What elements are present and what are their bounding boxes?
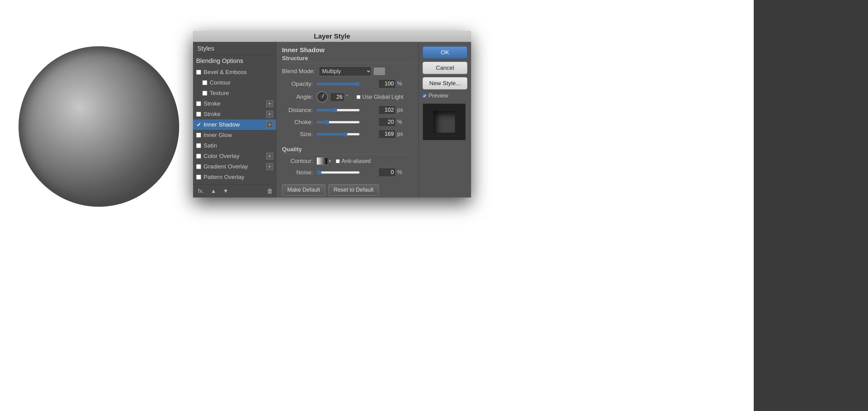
choke-slider[interactable] <box>317 120 360 125</box>
main-bottom-buttons: Make Default Reset to Default <box>282 184 413 196</box>
preview-thumbnail <box>423 103 466 140</box>
gradient-overlay-label: Gradient Overlay <box>204 163 248 170</box>
choke-slider-container <box>317 120 378 125</box>
angle-unit: ° <box>346 94 352 100</box>
satin-checkbox[interactable] <box>196 143 201 148</box>
stroke2-checkbox[interactable] <box>196 112 201 116</box>
stroke1-label: Stroke <box>204 100 221 107</box>
sidebar-item-pattern-overlay[interactable]: Pattern Overlay <box>193 172 276 182</box>
sidebar-item-stroke1[interactable]: Stroke + <box>193 98 276 109</box>
ok-button[interactable]: OK <box>423 46 467 59</box>
new-style-button[interactable]: New Style... <box>423 77 467 90</box>
noise-slider[interactable] <box>317 170 360 175</box>
sidebar-item-contour[interactable]: Contour <box>199 77 276 88</box>
angle-row: Angle: ° Use Global Light <box>282 91 413 102</box>
bevel-emboss-checkbox[interactable] <box>196 70 201 75</box>
sidebar-item-color-overlay[interactable]: Color Overlay + <box>193 151 276 161</box>
size-slider-container <box>317 132 378 137</box>
sphere-preview <box>19 46 179 207</box>
stroke2-plus-btn[interactable]: + <box>266 111 273 117</box>
color-overlay-plus-btn[interactable]: + <box>266 153 273 160</box>
distance-unit: px <box>397 107 403 113</box>
styles-header[interactable]: Styles <box>193 42 276 55</box>
size-slider[interactable] <box>317 132 360 137</box>
move-up-button[interactable]: ▲ <box>209 187 218 195</box>
outer-glow-label: Outer Glow <box>204 184 233 184</box>
dialog-titlebar: Layer Style <box>193 31 471 42</box>
sidebar-item-texture[interactable]: Texture <box>199 88 276 98</box>
layer-list: Blending Options Bevel & Emboss Contour … <box>193 55 276 184</box>
blending-options-label: Blending Options <box>196 57 243 65</box>
contour-picker[interactable]: ▾ <box>317 158 331 165</box>
inner-glow-checkbox[interactable] <box>196 133 201 138</box>
angle-needle <box>322 94 324 98</box>
sidebar-item-inner-glow[interactable]: Inner Glow <box>193 130 276 140</box>
choke-unit: % <box>397 119 403 125</box>
contour-checkbox[interactable] <box>202 80 207 85</box>
gradient-overlay-checkbox[interactable] <box>196 164 201 169</box>
size-unit: px <box>397 131 403 137</box>
inner-shadow-checkbox[interactable] <box>196 122 201 127</box>
use-global-light-checkbox[interactable] <box>356 95 361 99</box>
choke-input[interactable] <box>378 117 396 127</box>
opacity-unit: % <box>397 80 403 87</box>
bevel-emboss-label: Bevel & Emboss <box>204 69 247 76</box>
satin-label: Satin <box>204 142 217 149</box>
anti-aliased-label[interactable]: Anti-aliased <box>336 158 371 165</box>
color-overlay-checkbox[interactable] <box>196 153 201 159</box>
blend-mode-row: Blend Mode: Multiply Normal Screen Overl… <box>282 66 413 76</box>
preview-checkbox[interactable] <box>423 94 427 98</box>
texture-label: Texture <box>210 90 229 97</box>
move-down-button[interactable]: ▼ <box>221 187 230 195</box>
fx-button[interactable]: fx. <box>196 187 206 195</box>
make-default-button[interactable]: Make Default <box>282 184 325 196</box>
inner-shadow-label: Inner Shadow <box>204 121 240 128</box>
cancel-button[interactable]: Cancel <box>423 62 467 74</box>
reset-to-default-button[interactable]: Reset to Default <box>328 184 379 196</box>
size-input[interactable] <box>378 130 396 139</box>
gradient-overlay-plus-btn[interactable]: + <box>266 163 273 170</box>
anti-aliased-checkbox[interactable] <box>336 159 340 163</box>
blend-mode-color-swatch[interactable] <box>374 68 385 75</box>
right-panel: OK Cancel New Style... Preview <box>418 42 471 198</box>
preview-label[interactable]: Preview <box>423 93 467 99</box>
dialog-body: Styles Blending Options Bevel & Emboss C… <box>193 42 471 198</box>
blend-mode-select[interactable]: Multiply Normal Screen Overlay Darken Li… <box>319 66 371 76</box>
angle-dial[interactable] <box>317 91 328 102</box>
texture-checkbox[interactable] <box>202 91 207 96</box>
left-toolbar: fx. ▲ ▼ 🗑 <box>193 184 276 198</box>
sidebar-item-bevel-emboss[interactable]: Bevel & Emboss <box>193 67 276 77</box>
pattern-overlay-checkbox[interactable] <box>196 175 201 180</box>
stroke1-checkbox[interactable] <box>196 101 201 106</box>
opacity-input[interactable] <box>378 79 396 88</box>
quality-section: Quality Contour: ▾ Anti-aliased Noise: <box>282 146 413 180</box>
contour-label: Contour <box>210 79 231 86</box>
distance-input[interactable] <box>378 106 396 114</box>
sidebar-item-satin[interactable]: Satin <box>193 140 276 151</box>
opacity-row: Opacity: % <box>282 79 413 88</box>
layer-style-dialog: Layer Style Styles Blending Options Beve… <box>193 31 471 198</box>
contour-swatch[interactable] <box>317 158 328 165</box>
stroke1-plus-btn[interactable]: + <box>266 100 273 107</box>
sidebar-item-gradient-overlay[interactable]: Gradient Overlay + <box>193 161 276 172</box>
use-global-light-label[interactable]: Use Global Light <box>356 94 403 100</box>
inner-shadow-section-title: Inner Shadow <box>282 46 413 54</box>
contour-dropdown-arrow[interactable]: ▾ <box>329 159 331 163</box>
stroke2-label: Stroke <box>204 111 221 117</box>
delete-button[interactable]: 🗑 <box>267 187 273 195</box>
angle-input[interactable] <box>330 93 344 102</box>
blending-options-item[interactable]: Blending Options <box>193 55 276 67</box>
sidebar-item-stroke2[interactable]: Stroke + <box>193 109 276 119</box>
use-global-light-text: Use Global Light <box>362 94 403 100</box>
distance-label: Distance: <box>282 107 313 113</box>
distance-slider[interactable] <box>317 108 360 113</box>
inner-shadow-plus-btn[interactable]: + <box>266 121 273 128</box>
noise-unit: % <box>397 169 403 176</box>
distance-row: Distance: px <box>282 106 413 114</box>
sidebar-item-outer-glow[interactable]: Outer Glow <box>193 182 276 184</box>
noise-input[interactable] <box>378 168 396 177</box>
sidebar-item-inner-shadow[interactable]: Inner Shadow + <box>193 119 276 130</box>
preview-text: Preview <box>428 93 448 99</box>
opacity-slider[interactable] <box>317 81 360 87</box>
distance-slider-container <box>317 108 378 113</box>
